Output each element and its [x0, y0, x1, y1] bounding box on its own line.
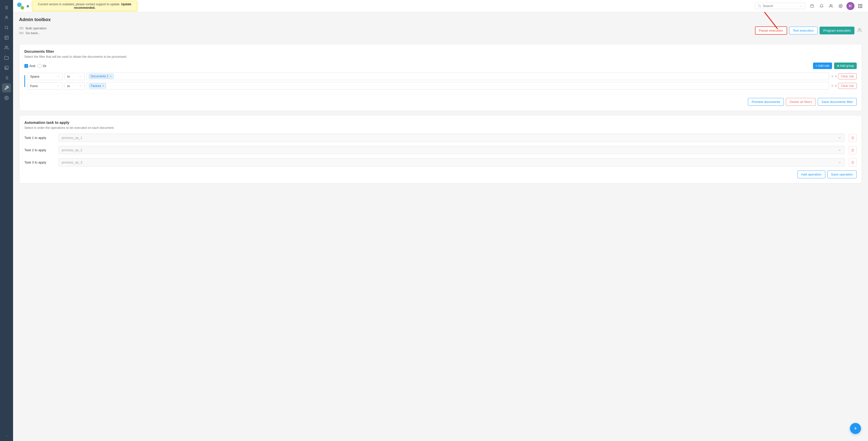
- search-chevron-icon: [800, 4, 802, 7]
- task3-select[interactable]: process_op_3: [59, 158, 845, 166]
- rule1-chevron-down[interactable]: ▾: [835, 74, 837, 78]
- task1-select[interactable]: process_op_1: [59, 134, 845, 142]
- sidebar-expand-btn[interactable]: ›: [2, 433, 11, 438]
- rule2-field-select[interactable]: Form: [27, 83, 63, 90]
- rule1-clear-button[interactable]: Clear rule: [838, 73, 857, 80]
- sidebar-folder-icon[interactable]: [2, 53, 11, 62]
- rule1-clear-x[interactable]: ✕: [831, 74, 834, 78]
- filter-add-actions: + Add rule ⊕ Add group: [813, 63, 857, 69]
- grid-apps-icon[interactable]: [857, 2, 864, 10]
- logo-blue-circle: [17, 2, 22, 7]
- task3-chevron: [838, 161, 841, 164]
- filter-rule-1: Space in Documents 2 ✕: [27, 72, 857, 80]
- sidebar-home-icon[interactable]: [2, 13, 11, 22]
- pause-execution-button[interactable]: Pause execution: [755, 26, 787, 35]
- and-checkbox-label[interactable]: ✓ And: [24, 64, 35, 68]
- logo-icon: [17, 2, 24, 9]
- task1-value: process_op_1: [62, 136, 82, 139]
- help-icon[interactable]: [808, 2, 816, 10]
- version-alert: Current version is outdated, please cont…: [32, 1, 137, 11]
- documents-filter-card: Documents filter Select the filter that …: [19, 44, 862, 111]
- ops-bottom-actions: Add operation Save operation: [24, 170, 857, 178]
- search-input[interactable]: [763, 4, 798, 8]
- breadcrumb-label-bulk: Bulk operation: [26, 26, 46, 30]
- sidebar-toolbox-icon[interactable]: [2, 83, 11, 92]
- sidebar: ☰ ›: [0, 0, 13, 441]
- sidebar-settings-icon[interactable]: [2, 93, 11, 102]
- rule2-clear-button[interactable]: Clear rule: [838, 83, 857, 89]
- rule1-value-input[interactable]: Documents 2 ✕: [87, 72, 829, 80]
- and-label: And: [29, 64, 35, 68]
- delete-all-filters-button[interactable]: Delete all filters: [786, 98, 816, 106]
- save-documents-filter-button[interactable]: Save documents filter: [818, 98, 857, 106]
- save-operation-button[interactable]: Save operation: [827, 170, 857, 178]
- filter-bottom-actions: Preview documents Delete all filters Sav…: [24, 94, 857, 106]
- svg-line-16: [760, 6, 761, 7]
- rule1-operator-select[interactable]: in: [65, 73, 85, 80]
- sidebar-users-icon[interactable]: [2, 43, 11, 52]
- gear-icon[interactable]: [837, 2, 844, 10]
- task2-delete-button[interactable]: [849, 146, 857, 154]
- page-title: Admin toolbox: [19, 17, 862, 22]
- rule2-tag1-remove[interactable]: ✕: [102, 84, 104, 88]
- task-row-1: Task 1 to apply process_op_1: [24, 134, 857, 142]
- automation-title: Automation task to apply: [24, 120, 857, 125]
- task2-label: Task 2 to apply: [24, 148, 55, 152]
- task2-select[interactable]: process_op_2: [59, 146, 845, 154]
- filter-logic-row: ✓ And Or + Add rule ⊕ Add group: [24, 63, 857, 69]
- add-rule-button[interactable]: + Add rule: [813, 63, 832, 69]
- svg-rect-7: [5, 66, 8, 69]
- sidebar-search-icon[interactable]: [2, 23, 11, 32]
- svg-rect-3: [5, 36, 8, 39]
- svg-point-1: [5, 26, 8, 29]
- user-avatar[interactable]: IC: [846, 2, 855, 10]
- task2-trash-icon: [851, 149, 855, 152]
- svg-point-20: [840, 5, 841, 6]
- svg-line-2: [7, 28, 8, 29]
- rule2-clear-x[interactable]: ✕: [831, 84, 834, 88]
- test-execution-button[interactable]: Test execution: [789, 27, 817, 34]
- rule1-field-chevron: [57, 75, 60, 78]
- search-box[interactable]: [755, 3, 805, 9]
- fab-button[interactable]: +: [850, 423, 861, 434]
- users-icon[interactable]: [827, 2, 835, 10]
- add-group-button[interactable]: ⊕ Add group: [834, 63, 857, 69]
- documents-filter-title: Documents filter: [24, 49, 857, 54]
- rule2-actions: ✕ ▾ Clear rule: [831, 83, 857, 89]
- sidebar-menu-icon[interactable]: ☰: [2, 3, 11, 12]
- preview-documents-button[interactable]: Preview documents: [748, 98, 784, 106]
- rule2-op-chevron: [79, 84, 82, 87]
- rule2-operator-select[interactable]: in: [65, 83, 85, 90]
- program-execution-button[interactable]: Program execution: [819, 27, 855, 34]
- logo-letter: a: [27, 4, 29, 8]
- rule2-chevron-down[interactable]: ▾: [835, 84, 837, 88]
- add-operation-button[interactable]: Add operation: [798, 170, 825, 178]
- breadcrumb: Bulk operation Go back...: [19, 26, 46, 35]
- or-checkbox[interactable]: [38, 64, 41, 68]
- and-checkbox[interactable]: ✓: [24, 64, 28, 68]
- sidebar-list-icon[interactable]: [2, 73, 11, 83]
- or-checkbox-label[interactable]: Or: [38, 64, 46, 68]
- rule2-field-chevron: [57, 84, 60, 87]
- sidebar-chart-icon[interactable]: [2, 63, 11, 72]
- sidebar-docs-icon[interactable]: [2, 33, 11, 42]
- bell-icon[interactable]: [818, 2, 825, 10]
- rule1-field-select[interactable]: Space: [27, 73, 63, 80]
- task1-delete-button[interactable]: [849, 134, 857, 142]
- user-group-icon[interactable]: [858, 28, 862, 33]
- rule1-op-chevron: [79, 75, 82, 78]
- topbar: a Current version is outdated, please co…: [13, 0, 868, 12]
- svg-point-22: [859, 28, 860, 30]
- rule2-value-input[interactable]: Factura ✕: [87, 82, 829, 90]
- rule1-tag1-remove[interactable]: ✕: [110, 75, 112, 78]
- search-icon: [758, 4, 761, 8]
- task3-trash-icon: [851, 161, 855, 164]
- task-row-2: Task 2 to apply process_op_2: [24, 146, 857, 154]
- topbar-icons: IC: [808, 2, 864, 10]
- task3-delete-button[interactable]: [849, 158, 857, 166]
- breadcrumb-icon-2: [19, 32, 24, 34]
- breadcrumb-go-back[interactable]: Go back...: [19, 31, 46, 35]
- logo-green-circle: [21, 6, 24, 9]
- breadcrumb-bulk-operation[interactable]: Bulk operation: [19, 26, 46, 30]
- page-content: Admin toolbox Bulk operation Go back...: [13, 12, 868, 441]
